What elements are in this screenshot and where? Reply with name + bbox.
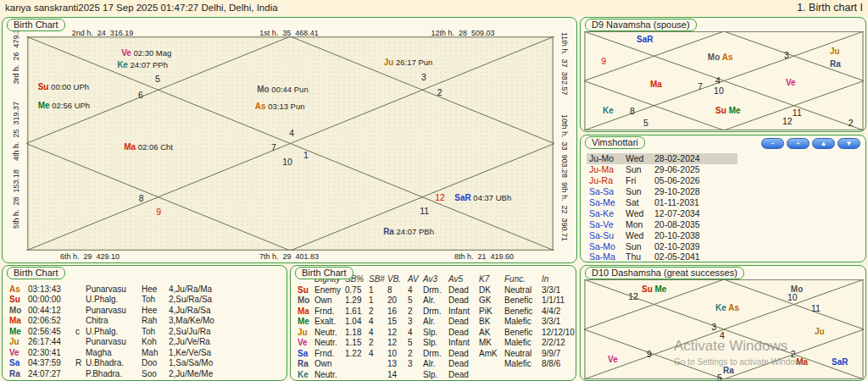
chart-item: 9 (601, 57, 606, 66)
app-window: kanya sanskranti2025 17 Sep 2025 01:47:2… (0, 0, 868, 381)
chart-item: 4 (289, 129, 294, 138)
house-edge-label: 9th h. 22 390.71 (558, 182, 569, 241)
dasha-row[interactable]: Ju-MaSun29-06-2025 (587, 164, 737, 175)
house-edge-label: 8th h. 21 419.60 (454, 252, 514, 261)
dignity-row[interactable]: SaFrnd.1.224102Drm.DeadAmKNeutral9/9/7 (298, 348, 576, 359)
dasha-list: Ju-MoWed28-02-2024Ju-MaSun29-06-2025Ju-R… (587, 153, 863, 262)
panel-title: Birth Chart (295, 267, 353, 279)
chart-item: 2 (437, 88, 442, 97)
chart-item: 8 (139, 194, 144, 203)
birth-chart-panel: Birth Chart 2nd h. 24 316.19 1st h. 35 4… (2, 17, 577, 263)
chart-item: Ma (650, 80, 662, 89)
chart-item: 5 (717, 373, 722, 381)
house-edge-label: 10th h. 33 903.28 (558, 114, 569, 178)
dignity-row[interactable]: MaFrnd.1.612162Drm.InfantPiKBenefic4/4/2 (298, 306, 576, 317)
dasha-row[interactable]: Sa-MeSat01-11-2031 (587, 197, 737, 208)
planet-position-row[interactable]: Ve02:30:41MaghaMah1,Ke/Ve/Sa (9, 347, 284, 358)
dasha-row[interactable]: Sa-SaSun29-10-2028 (587, 186, 737, 197)
dignity-row[interactable]: JuNeutr.1.184124Slp.DeadAKBenefic12/12/1… (298, 327, 576, 338)
chart-item: Ve 02:30 Mag (121, 48, 171, 58)
house-edge-label: 11th h. 37 382.57 (558, 32, 569, 95)
dasha-row[interactable]: Sa-MaThu02-05-2041 (587, 251, 737, 262)
chart-item: 11 (420, 207, 429, 216)
chart-item: 11 (811, 304, 821, 313)
chart-item: Ju (815, 327, 825, 336)
chart-item: Me 02:56 UPh (38, 101, 90, 110)
dignity-row[interactable]: MoOwn1.291205Alr.DeadGKBenefic1/1/11 (298, 295, 576, 306)
planet-position-row[interactable]: Sa04:37:59RU.Bhadra.Doo1,Sa/Sa/Mo (9, 358, 284, 369)
dignity-row[interactable]: SuEnemy0.75184Drm.DeadDKNeutral3/3/1 (298, 284, 576, 295)
vimshottari-panel: Vimshottari − + ▲ ▼ Ju-MoWed28-02-2024Ju… (580, 135, 866, 262)
dignity-row[interactable]: KeNeutr.14Slp.Dead (298, 369, 576, 380)
chart-item: 7 (698, 82, 703, 91)
chart-item: 11 (793, 108, 802, 118)
chart-item: 10 (787, 293, 798, 302)
planet-dignity-panel: Birth Chart DignitySB%SB#VB.AVAv3Av5K7Fu… (290, 265, 576, 381)
chart-item: SaR (637, 35, 653, 44)
chart-item: 3 (421, 73, 426, 82)
chart-grid-lines (26, 36, 554, 251)
chart-item: Su Me (642, 284, 666, 294)
planet-position-row[interactable]: Me02:56:45cU.Phalg.Toh2,Su/Ju/Ra (9, 326, 284, 337)
house-edge-label: 6th h. 29 429.10 (60, 252, 120, 261)
d9-chart[interactable]: SaR9Mo As3JuRaMa7410VeKe85Su Me11122 (584, 31, 864, 130)
dignity-row[interactable]: VeNeutr.1.152125Slp.InfantMKMalefic2/2/1… (298, 338, 576, 349)
chart-item: Su Me (715, 106, 740, 115)
chart-item: Mo As (708, 52, 733, 62)
dasha-row[interactable]: Ju-MoWed28-02-2024 (587, 153, 737, 164)
chart-session-info: kanya sanskranti2025 17 Sep 2025 01:47:2… (5, 3, 278, 13)
chart-item: 7 (271, 143, 276, 152)
chart-item: Ju (830, 47, 840, 56)
panel-title: Birth Chart (7, 19, 65, 31)
chart-item: 12 (435, 193, 445, 202)
chart-item: 5 (155, 75, 160, 84)
chart-item: Ma (796, 357, 808, 367)
planet-position-row[interactable]: As03:13:43PunarvasuHee4,Ju/Ra/Ma (9, 284, 284, 295)
chart-item: 6 (138, 91, 143, 100)
chart-item: 4 (720, 331, 725, 340)
chart-item: Ke 24:07 PPh (117, 60, 168, 69)
north-indian-chart[interactable]: Ve 02:30 MagKe 24:07 PPh5Su 00:00 UPh6Me… (26, 36, 554, 251)
dignity-row[interactable]: MeExalt.1.044153Alr.DeadBKMalefic3/3/1 (298, 317, 576, 328)
dignity-row[interactable]: RaOwn133Alr.DeadMalefic8/8/6 (298, 359, 576, 370)
planet-positions-table: As03:13:43PunarvasuHee4,Ju/Ra/MaSu00:00:… (9, 284, 284, 381)
chart-item: 10 (714, 86, 724, 96)
dasha-row[interactable]: Ju-RaFri05-06-2026 (587, 175, 737, 186)
chart-item: 9 (156, 207, 161, 217)
planet-position-row[interactable]: Ma02:06:52ChitraRah3,Ma/Ke/Mo (9, 316, 284, 327)
planet-position-row[interactable]: Mo00:44:12PunarvasuHee4,Ju/Ra/Sa (9, 305, 284, 316)
chart-item: 3 (711, 323, 716, 332)
current-view-title: 1. Birth chart I (797, 2, 863, 14)
zoom-out-button[interactable]: − (761, 138, 784, 149)
dasha-row[interactable]: Sa-SuWed20-10-2038 (587, 229, 737, 240)
d9-navamsha-panel: D9 Navamsha (spouse) SaR9Mo As3JuRaMa741… (580, 17, 866, 132)
chart-item: Ra (723, 366, 734, 375)
panel-title: D10 Dashamsha (great successes) (585, 267, 744, 279)
chart-item: 3 (784, 51, 789, 60)
dignity-table: SuEnemy0.75184Drm.DeadDKNeutral3/3/1MoOw… (298, 284, 576, 380)
chart-item: 12 (628, 292, 638, 301)
d10-chart[interactable]: Su Me12Mo10Ke As1134JuVe92MaSaRRa5 (584, 279, 864, 379)
scroll-up-button[interactable]: ▲ (812, 138, 835, 149)
planet-position-row[interactable]: Su00:00:00U.Phalg.Toh2,Su/Ra/Sa (9, 295, 284, 306)
planet-position-row[interactable]: Ra24:07:27P.Bhadra.Soo2,Ju/Me/Me (9, 368, 284, 379)
scroll-down-button[interactable]: ▼ (837, 138, 860, 149)
chart-item: 8 (630, 107, 635, 116)
chart-grid-lines (584, 31, 864, 130)
chart-item: 2 (791, 350, 796, 359)
panel-title: Vimshottari (585, 136, 645, 149)
title-bar: kanya sanskranti2025 17 Sep 2025 01:47:2… (0, 0, 868, 15)
planet-position-row[interactable]: Ju26:17:44PunarvasuKoh2,Ju/Ve/Ra (9, 337, 284, 348)
planet-positions-panel: Birth Chart As03:13:43PunarvasuHee4,Ju/R… (2, 265, 287, 381)
house-edge-label: 7th h. 29 401.83 (259, 252, 319, 261)
house-edge-label: 12th h. 28 509.03 (431, 29, 494, 37)
chart-item: Ra 24:07 PBh (383, 227, 434, 236)
house-edge-label: 5th h. 28 153.18 (12, 169, 23, 229)
dasha-row[interactable]: Sa-KeWed12-07-2034 (587, 207, 737, 218)
chart-item: Ve (608, 355, 618, 364)
chart-item: 2 (849, 119, 854, 128)
zoom-in-button[interactable]: + (787, 138, 810, 149)
dasha-row[interactable]: Sa-VeMon20-08-2035 (587, 218, 737, 229)
chart-item: 5 (643, 119, 648, 128)
dasha-row[interactable]: Sa-MoSun02-10-2039 (587, 240, 737, 251)
